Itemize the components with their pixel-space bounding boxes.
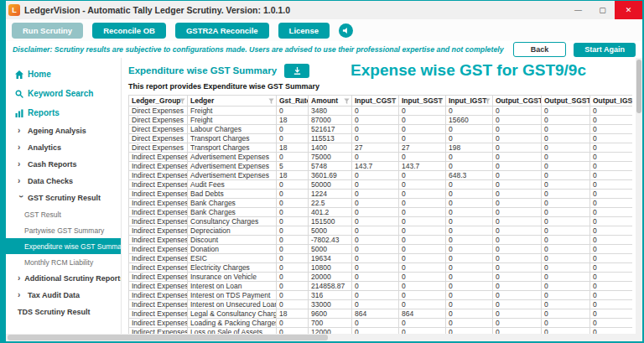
table-cell: 0 [399, 116, 446, 125]
column-header-input-sgst[interactable]: Input_SGST [399, 96, 446, 107]
table-cell: 0 [352, 245, 399, 254]
table-cell: 0 [277, 180, 309, 190]
window-title: LedgerVision - Automatic Tally Ledger Sc… [24, 5, 290, 15]
column-header-output-cgst[interactable]: Output_CGST [493, 96, 542, 107]
table-cell: 0 [352, 319, 399, 328]
table-row[interactable]: Indirect ExpensesLoading & Packing Charg… [129, 319, 633, 328]
column-header-amount[interactable]: Amount [309, 96, 352, 107]
horizontal-scrollbar-thumb[interactable] [8, 335, 328, 340]
filter-icon[interactable] [582, 98, 588, 107]
horizontal-scrollbar[interactable] [6, 334, 642, 341]
sidebar-item-keyword-search[interactable]: Keyword Search [6, 84, 121, 103]
sidebar-item-partywise-gst-summary[interactable]: Partywise GST Summary [6, 222, 121, 238]
sidebar-item-additional-scrutiny-reports[interactable]: ›Additional Scrutiny Reports [6, 270, 121, 287]
table-cell: 0 [352, 263, 399, 273]
table-row[interactable]: Indirect ExpensesDiscount0-7802.43000000 [129, 236, 633, 245]
table-cell: Advertisement Expenses [188, 162, 277, 171]
table-row[interactable]: Direct ExpensesFreight18870000015660000 [129, 116, 633, 125]
sidebar-item-monthly-rcm-liability[interactable]: Monthly RCM Liability [6, 254, 121, 270]
run-scrutiny-button[interactable]: Run Scrutiny [12, 23, 83, 39]
sidebar-item-analytics[interactable]: ›Analytics [6, 139, 121, 156]
table-row[interactable]: Indirect ExpensesAdvertisement Expenses0… [129, 153, 633, 162]
filter-icon[interactable] [485, 98, 491, 107]
download-icon [293, 66, 302, 75]
table-cell: 0 [446, 328, 493, 335]
table-cell: Transport Charges [188, 143, 277, 153]
sidebar-item-ageing-analysis[interactable]: ›Ageing Analysis [6, 122, 121, 139]
sidebar-item-gst-result[interactable]: GST Result [6, 206, 121, 222]
column-header-ledger[interactable]: Ledger [188, 96, 277, 107]
table-row[interactable]: Indirect ExpensesElectricity Charges0108… [129, 263, 633, 273]
license-button[interactable]: License [278, 23, 330, 39]
filter-icon[interactable] [628, 98, 632, 107]
help-icon[interactable] [339, 23, 353, 38]
table-row[interactable]: Indirect ExpensesLegal & Consultancy Cha… [129, 309, 633, 319]
report-subtitle: This report provides Expenditure wise GS… [128, 82, 632, 93]
maximize-button[interactable]: ▢ [590, 1, 615, 19]
table-cell: Direct Expenses [129, 116, 188, 125]
table-row[interactable]: Indirect ExpensesConsultancy Charges0151… [129, 217, 633, 226]
filter-icon[interactable] [344, 98, 350, 107]
filter-icon[interactable] [179, 98, 185, 107]
sidebar-item-reports[interactable]: Reports [6, 103, 121, 122]
table-cell: 0 [352, 328, 399, 335]
table-row[interactable]: Indirect ExpensesLoss on Sale of Assets0… [129, 328, 633, 335]
table-row[interactable]: Direct ExpensesTransport Charges18140027… [129, 143, 633, 153]
filter-icon[interactable] [391, 98, 397, 107]
table-row[interactable]: Indirect ExpensesBank Charges0401.200000… [129, 208, 633, 217]
table-row[interactable]: Indirect ExpensesDonation05000000000 [129, 245, 633, 254]
column-header-ledger-group[interactable]: Ledger_Group [129, 96, 188, 107]
table-row[interactable]: Indirect ExpensesAdvertisement Expenses5… [129, 162, 633, 171]
table-cell: 0 [352, 300, 399, 309]
column-header-input-cgst[interactable]: Input_CGST [352, 96, 399, 107]
back-button[interactable]: Back [513, 42, 567, 57]
table-row[interactable]: Direct ExpensesLabour Charges05216170000… [129, 125, 633, 134]
filter-icon[interactable] [533, 98, 539, 107]
sidebar-item-tax-audit-data[interactable]: ›Tax Audit Data [6, 287, 121, 304]
sidebar-item-data-checks[interactable]: ›Data Checks [6, 173, 121, 190]
sidebar-item-gst-scrutiny-result[interactable]: ›GST Scrutiny Result [6, 190, 121, 206]
table-cell: 0 [399, 245, 446, 254]
gstr2a-reconcile-button[interactable]: GSTR2A Reconcile [175, 23, 269, 39]
table-row[interactable]: Indirect ExpensesInterest on Loan0214858… [129, 282, 633, 291]
download-button[interactable] [284, 64, 309, 78]
sidebar-item-cash-reports[interactable]: ›Cash Reports [6, 156, 121, 173]
column-header-gst-rate[interactable]: Gst_Rate [277, 96, 309, 107]
table-cell: 0 [446, 309, 493, 319]
filter-icon[interactable] [300, 98, 306, 107]
table-row[interactable]: Indirect ExpensesAudit Fees050000000000 [129, 180, 633, 190]
sidebar-item-tds-scrutiny-result[interactable]: TDS Scrutiny Result [6, 304, 121, 320]
table-cell: 0 [277, 245, 309, 254]
table-cell: 0 [399, 180, 446, 190]
table-cell: 0 [446, 107, 493, 116]
table-row[interactable]: Direct ExpensesFreight03480000000 [129, 107, 633, 116]
table-row[interactable]: Indirect ExpensesInsurance on Vehicle020… [129, 273, 633, 282]
table-cell: 0 [542, 328, 590, 335]
table-row[interactable]: Indirect ExpensesBad Debts01224000000 [129, 190, 633, 199]
vertical-scrollbar-thumb[interactable] [636, 60, 641, 113]
filter-icon[interactable] [438, 98, 444, 107]
minimize-button[interactable]: — [566, 1, 590, 19]
sidebar-item-expenditure-wise-gst-summary[interactable]: Expenditure wise GST Summary [6, 238, 121, 254]
table-row[interactable]: Indirect ExpensesBank Charges022.5000000 [129, 199, 633, 208]
table-cell: 0 [542, 217, 590, 226]
sidebar-item-home[interactable]: Home [6, 65, 121, 84]
start-again-button[interactable]: Start Again [574, 43, 636, 57]
reconcile-ob-button[interactable]: Reconcile OB [92, 23, 166, 39]
table-cell: Indirect Expenses [129, 309, 188, 319]
vertical-scrollbar[interactable] [636, 58, 642, 334]
table-cell: 0 [590, 291, 633, 300]
table-cell: 648.3 [446, 171, 493, 180]
column-header-input-igst[interactable]: Input_IGST [446, 96, 493, 107]
table-row[interactable]: Indirect ExpensesDepreciation05000000000 [129, 226, 633, 236]
table-row[interactable]: Indirect ExpensesInterest on TDS Payment… [129, 291, 633, 300]
column-header-output-igst[interactable]: Output_IGST [590, 96, 633, 107]
filter-icon[interactable] [268, 98, 274, 107]
table-cell: 75000 [309, 153, 352, 162]
table-row[interactable]: Indirect ExpensesAdvertisement Expenses1… [129, 171, 633, 180]
table-row[interactable]: Indirect ExpensesESIC019634000000 [129, 254, 633, 263]
table-row[interactable]: Indirect ExpensesInterest on Unsecured L… [129, 300, 633, 309]
table-row[interactable]: Direct ExpensesTransport Charges01155130… [129, 134, 633, 143]
column-header-output-sgst[interactable]: Output_SGST [542, 96, 590, 107]
close-button[interactable]: ✕ [615, 1, 642, 19]
